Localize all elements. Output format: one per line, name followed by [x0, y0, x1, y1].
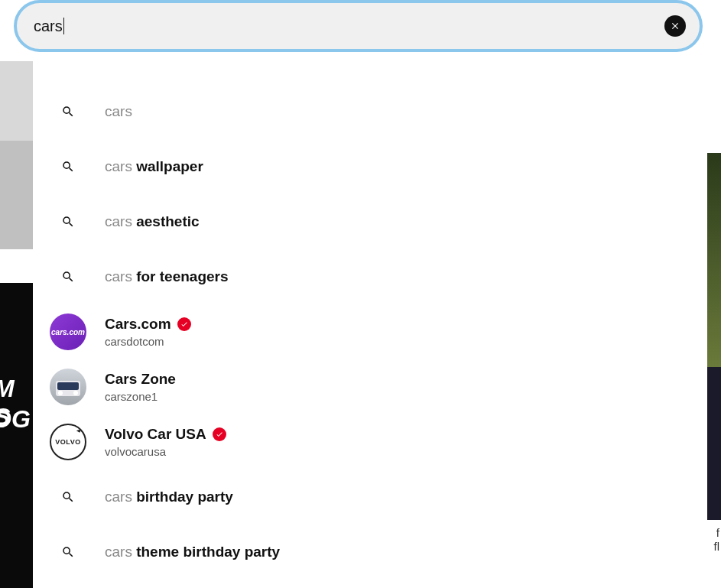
- profile-avatar: cars.com: [50, 313, 86, 350]
- search-bar[interactable]: cars: [14, 0, 703, 52]
- suggestion-profile[interactable]: Cars Zonecarszone1: [33, 359, 707, 414]
- profile-avatar: VOLVO: [50, 424, 86, 460]
- suggestion-query[interactable]: cars wallpaper: [33, 139, 707, 194]
- search-icon: [50, 148, 86, 185]
- bg-content-left-dark: M S DG: [0, 283, 33, 588]
- suggestion-query[interactable]: cars birthday party: [33, 469, 707, 525]
- suggestion-text: cars birthday party: [105, 489, 692, 505]
- profile-name: Cars Zone: [105, 371, 692, 388]
- suggestion-text: cars aesthetic: [105, 213, 692, 230]
- search-icon: [50, 258, 86, 295]
- suggestion-text: cars: [105, 103, 692, 120]
- suggestion-query[interactable]: cars for teenagers: [33, 249, 707, 304]
- search-icon: [50, 534, 86, 570]
- search-suggestions-dropdown: carscars wallpapercars aestheticcars for…: [33, 61, 707, 588]
- search-icon: [50, 479, 86, 515]
- svg-point-2: [58, 391, 63, 395]
- bg-text-right: f: [716, 526, 719, 539]
- verified-badge-icon: [177, 317, 191, 331]
- search-icon: [50, 93, 86, 130]
- bg-content-left: [0, 141, 33, 249]
- profile-username: carsdotcom: [105, 335, 692, 348]
- profile-name: Volvo Car USA: [105, 426, 692, 443]
- verified-badge-icon: [213, 427, 226, 441]
- suggestion-query[interactable]: cars aesthetic: [33, 194, 707, 249]
- suggestion-profile[interactable]: VOLVOVolvo Car USAvolvocarusa: [33, 414, 707, 469]
- bg-content-right: [707, 153, 721, 367]
- suggestion-text: cars theme birthday party: [105, 544, 692, 560]
- suggestion-query[interactable]: cars cake: [33, 580, 707, 588]
- suggestion-query[interactable]: cars theme birthday party: [33, 525, 707, 580]
- bg-content-right: [707, 367, 721, 520]
- profile-name: Cars.com: [105, 316, 692, 333]
- svg-rect-1: [57, 382, 79, 390]
- search-icon: [50, 203, 86, 240]
- clear-search-button[interactable]: [664, 15, 686, 37]
- suggestion-text: cars wallpaper: [105, 158, 692, 175]
- suggestion-profile[interactable]: cars.comCars.comcarsdotcom: [33, 304, 707, 359]
- bg-text-right: fl: [714, 540, 720, 553]
- bg-text: DG: [0, 405, 31, 434]
- bg-content-left: [0, 61, 33, 141]
- suggestion-text: cars for teenagers: [105, 268, 692, 285]
- svg-point-3: [73, 391, 78, 395]
- suggestion-query[interactable]: cars: [33, 84, 707, 139]
- profile-username: volvocarusa: [105, 445, 692, 458]
- profile-username: carszone1: [105, 390, 692, 403]
- profile-avatar: [50, 369, 86, 405]
- close-icon: [670, 21, 680, 31]
